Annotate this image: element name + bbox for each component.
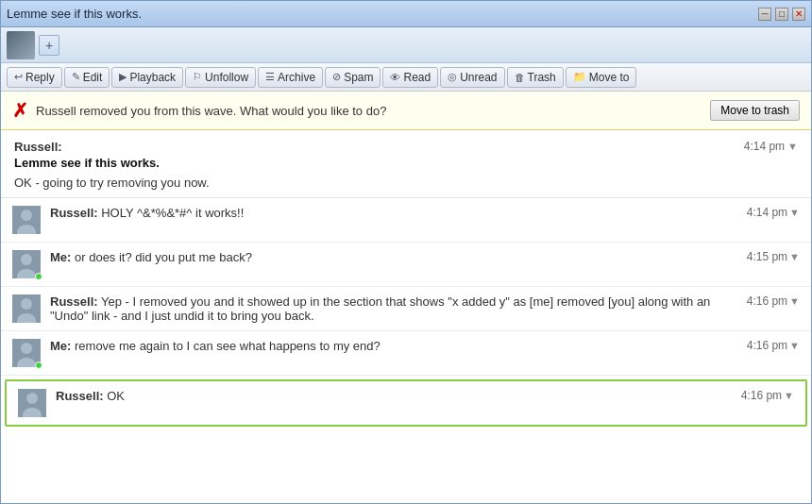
message-content-4: Russell: OK <box>56 389 732 403</box>
message-text-2: Russell: Yep - I removed you and it show… <box>50 294 710 323</box>
moveto-label: Move to <box>589 71 630 84</box>
edit-label: Edit <box>83 71 103 84</box>
title-bar-controls: ─ □ ✕ <box>758 8 805 21</box>
playback-label: Playback <box>129 71 176 84</box>
message-time-3: 4:16 pm ▼ <box>747 339 800 352</box>
wave-body: OK - going to try removing you now. <box>14 176 798 190</box>
playback-icon: ▶ <box>119 71 127 83</box>
title-bar-left: Lemme see if this works. <box>7 7 142 21</box>
wave-author: Russell: <box>14 140 62 154</box>
title-bar: Lemme see if this works. ─ □ ✕ <box>1 1 811 27</box>
spam-icon: ⊘ <box>332 71 341 83</box>
playback-button[interactable]: ▶ Playback <box>111 67 183 88</box>
avatar-3 <box>12 339 41 367</box>
message-content-1: Me: or does it? did you put me back? <box>50 250 737 264</box>
message-author-3: Me: <box>50 339 71 353</box>
avatar-4 <box>18 389 46 417</box>
chevron-icon-0: ▼ <box>789 207 800 218</box>
chevron-icon-4: ▼ <box>784 390 794 401</box>
online-dot-1 <box>35 273 42 280</box>
message-author-2: Russell: <box>50 294 98 309</box>
unfollow-icon: ⚐ <box>193 71 202 83</box>
trash-button[interactable]: 🗑 Trash <box>507 67 564 88</box>
error-icon: ✗ <box>12 99 28 122</box>
avatar-image <box>7 31 35 59</box>
window-title: Lemme see if this works. <box>7 7 142 21</box>
wave-time: 4:14 pm ▼ <box>744 140 798 153</box>
message-row-4: Russell: OK4:16 pm ▼ <box>5 379 807 427</box>
unfollow-button[interactable]: ⚐ Unfollow <box>185 67 256 88</box>
notification-bar: ✗ Russell removed you from this wave. Wh… <box>1 92 811 130</box>
svg-point-4 <box>21 254 32 265</box>
message-text-1: Me: or does it? did you put me back? <box>50 250 252 264</box>
message-row-3: Me: remove me again to I can see what ha… <box>1 331 811 376</box>
notification-left: ✗ Russell removed you from this wave. Wh… <box>12 99 386 122</box>
toolbar: ↩ Reply ✎ Edit ▶ Playback ⚐ Unfollow ☰ A… <box>1 63 811 92</box>
read-icon: 👁 <box>390 72 400 83</box>
maximize-button[interactable]: □ <box>775 8 788 21</box>
message-row-1: Me: or does it? did you put me back?4:15… <box>1 243 811 287</box>
read-label: Read <box>403 71 431 84</box>
tab-avatar[interactable] <box>7 31 35 59</box>
moveto-button[interactable]: 📁 Move to <box>566 67 637 88</box>
svg-point-13 <box>26 393 38 404</box>
svg-point-7 <box>21 298 32 310</box>
edit-button[interactable]: ✎ Edit <box>64 67 110 88</box>
avatar-1 <box>12 250 41 278</box>
reply-label: Reply <box>25 71 55 84</box>
archive-button[interactable]: ☰ Archive <box>258 67 323 88</box>
unread-icon: ◎ <box>448 71 457 83</box>
unread-button[interactable]: ◎ Unread <box>440 67 504 88</box>
reply-button[interactable]: ↩ Reply <box>7 67 62 88</box>
message-row-0: Russell: HOLY ^&*%&*#^ it works!!4:14 pm… <box>1 198 811 243</box>
archive-icon: ☰ <box>265 71 275 83</box>
spam-label: Spam <box>344 71 373 84</box>
tab-bar: + <box>1 27 811 63</box>
add-tab-button[interactable]: + <box>39 35 59 56</box>
trash-label: Trash <box>528 71 556 84</box>
svg-point-1 <box>21 210 32 221</box>
avatar-2 <box>12 294 41 323</box>
chevron-down-icon: ▼ <box>787 141 798 152</box>
trash-icon: 🗑 <box>515 72 525 83</box>
wave-header-row: Russell: 4:14 pm ▼ <box>14 140 798 154</box>
message-text-4: Russell: OK <box>56 389 125 403</box>
wave-title: Lemme see if this works. <box>14 156 798 170</box>
message-content-3: Me: remove me again to I can see what ha… <box>50 339 737 353</box>
message-time-2: 4:16 pm ▼ <box>747 294 800 308</box>
wave-header: Russell: 4:14 pm ▼ Lemme see if this wor… <box>1 130 811 198</box>
chevron-icon-3: ▼ <box>789 340 800 351</box>
message-content-0: Russell: HOLY ^&*%&*#^ it works!! <box>50 206 737 220</box>
message-text-0: Russell: HOLY ^&*%&*#^ it works!! <box>50 206 244 220</box>
read-button[interactable]: 👁 Read <box>382 67 438 88</box>
online-dot-3 <box>35 361 42 369</box>
chevron-icon-1: ▼ <box>789 251 800 262</box>
move-to-trash-button[interactable]: Move to trash <box>710 100 800 121</box>
app-window: Lemme see if this works. ─ □ ✕ + ↩ Reply… <box>0 0 812 504</box>
messages-list: Russell: HOLY ^&*%&*#^ it works!!4:14 pm… <box>1 198 811 427</box>
message-author-0: Russell: <box>50 206 98 220</box>
message-author-4: Russell: <box>56 389 104 403</box>
notification-text: Russell removed you from this wave. What… <box>36 104 386 118</box>
message-content-2: Russell: Yep - I removed you and it show… <box>50 294 737 323</box>
message-row-2: Russell: Yep - I removed you and it show… <box>1 287 811 331</box>
unfollow-label: Unfollow <box>205 71 248 84</box>
message-time-1: 4:15 pm ▼ <box>747 250 800 263</box>
reply-icon: ↩ <box>14 71 23 83</box>
content-area: Russell: 4:14 pm ▼ Lemme see if this wor… <box>1 130 811 503</box>
message-text-3: Me: remove me again to I can see what ha… <box>50 339 381 353</box>
minimize-button[interactable]: ─ <box>758 8 771 21</box>
close-button[interactable]: ✕ <box>792 8 805 21</box>
unread-label: Unread <box>460 71 497 84</box>
message-time-0: 4:14 pm ▼ <box>747 206 800 219</box>
svg-point-10 <box>21 343 32 354</box>
message-time-4: 4:16 pm ▼ <box>741 389 794 402</box>
avatar-0 <box>12 206 41 234</box>
spam-button[interactable]: ⊘ Spam <box>325 67 381 88</box>
message-author-1: Me: <box>50 250 71 264</box>
chevron-icon-2: ▼ <box>789 295 800 307</box>
moveto-icon: 📁 <box>573 71 586 83</box>
edit-icon: ✎ <box>72 71 80 83</box>
archive-label: Archive <box>278 71 315 84</box>
